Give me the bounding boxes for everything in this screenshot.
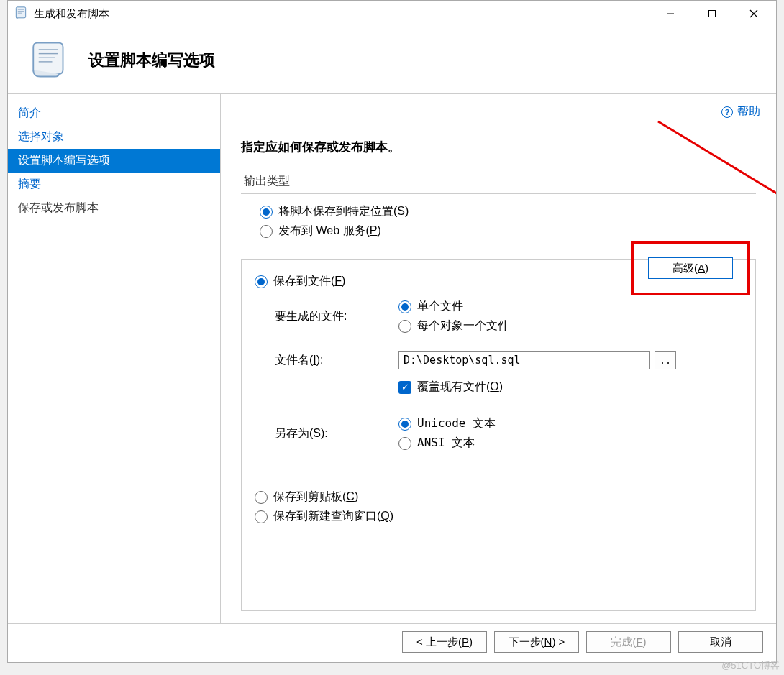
content-panel: ? 帮助 指定应如何保存或发布脚本。 输出类型 将脚本保存到特定位置(S) 发布… [221,94,776,623]
wizard-body: 简介 选择对象 设置脚本编写选项 摘要 保存或发布脚本 ? 帮助 指定应如何保存… [8,94,776,623]
gen-files-label: 要生成的文件: [255,309,398,324]
output-type-label: 输出类型 [244,174,756,189]
radio-icon [398,300,411,313]
radio-icon [260,225,273,238]
browse-button[interactable]: .. [655,351,676,369]
cancel-button[interactable]: 取消 [678,631,763,653]
nav-script-options[interactable]: 设置脚本编写选项 [8,149,220,173]
help-icon: ? [721,106,733,118]
saveas-label: 另存为(S): [255,426,398,441]
radio-publish-web[interactable]: 发布到 Web 服务(P) [260,224,756,239]
save-options-frame: 保存到文件(F) 要生成的文件: 单个文件 每个对象一个文件 [241,259,756,611]
radio-save-location[interactable]: 将脚本保存到特定位置(S) [260,204,756,219]
wizard-footer: < 上一步(P) 下一步(N) > 完成(F) 取消 [8,623,776,662]
wizard-nav: 简介 选择对象 设置脚本编写选项 摘要 保存或发布脚本 [8,94,221,623]
radio-clipboard[interactable]: 保存到剪贴板(C) [255,490,742,505]
advanced-highlight-box: 高级(A) [631,241,750,295]
maximize-button[interactable] [691,2,733,25]
instruction-text: 指定应如何保存或发布脚本。 [241,139,756,155]
nav-choose-objects[interactable]: 选择对象 [8,125,220,149]
svg-rect-4 [709,11,716,17]
filename-input[interactable] [398,351,650,369]
advanced-button[interactable]: 高级(A) [648,257,733,279]
script-scroll-icon [25,39,68,82]
finish-button: 完成(F) [586,631,671,653]
radio-icon [398,418,411,431]
radio-icon [398,320,411,333]
prev-button[interactable]: < 上一步(P) [402,631,487,653]
filename-label: 文件名(I): [255,353,398,368]
help-label: 帮助 [737,104,760,119]
next-button[interactable]: 下一步(N) > [494,631,579,653]
checkbox-overwrite[interactable]: ✓ 覆盖现有文件(O) [398,380,742,395]
nav-save-publish[interactable]: 保存或发布脚本 [8,196,220,220]
radio-new-query[interactable]: 保存到新建查询窗口(Q) [255,509,742,524]
page-title: 设置脚本编写选项 [88,50,215,71]
nav-summary[interactable]: 摘要 [8,173,220,196]
dialog-window: 生成和发布脚本 设置脚本编写选项 简介 选择对象 设置脚本编写选项 摘要 保存或… [7,0,777,663]
checkbox-icon: ✓ [398,381,411,394]
radio-single-file[interactable]: 单个文件 [398,299,742,314]
titlebar[interactable]: 生成和发布脚本 [8,1,776,27]
help-link[interactable]: ? 帮助 [721,104,760,119]
radio-icon [398,437,411,450]
window-title: 生成和发布脚本 [34,7,649,21]
radio-ansi[interactable]: ANSI 文本 [398,436,742,451]
close-button[interactable] [733,2,775,25]
radio-icon [255,491,268,504]
window-controls [649,2,775,25]
radio-per-object[interactable]: 每个对象一个文件 [398,318,742,334]
wizard-header: 设置脚本编写选项 [8,27,776,94]
radio-unicode[interactable]: Unicode 文本 [398,416,742,431]
script-app-icon [14,6,28,22]
radio-icon [260,206,273,219]
nav-intro[interactable]: 简介 [8,101,220,125]
watermark: @51CTO博客 [721,659,780,672]
radio-icon [255,275,268,288]
radio-icon [255,510,268,523]
minimize-button[interactable] [649,2,691,25]
